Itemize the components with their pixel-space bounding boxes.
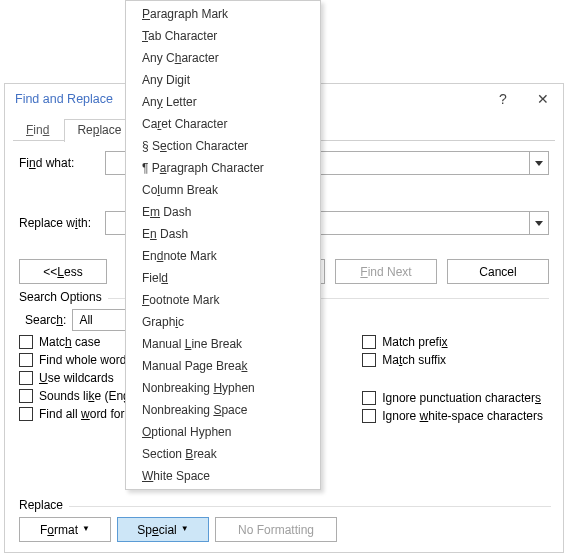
tab-replace[interactable]: Replace [64,119,134,142]
right-checks: Match prefix Match suffix Ignore punctua… [362,335,549,423]
replace-group-divider: Replace [19,506,551,507]
menu-tab-char[interactable]: Tab Character [128,25,318,47]
menu-caret[interactable]: Caret Character [128,113,318,135]
ignore-white-check[interactable]: Ignore white-space characters [362,409,543,423]
menu-any-digit[interactable]: Any Digit [128,69,318,91]
menu-white-space[interactable]: White Space [128,465,318,487]
menu-column-break[interactable]: Column Break [128,179,318,201]
menu-section-break[interactable]: Section Break [128,443,318,465]
help-button[interactable]: ? [489,88,517,110]
menu-any-letter[interactable]: Any Letter [128,91,318,113]
window-buttons: ? ✕ [489,88,557,110]
cancel-button[interactable]: Cancel [447,259,549,284]
menu-footnote[interactable]: Footnote Mark [128,289,318,311]
find-what-label: Find what: [19,156,97,170]
menu-section-char[interactable]: § Section Character [128,135,318,157]
dialog-title: Find and Replace [15,92,113,106]
special-menu: Paragraph Mark Tab Character Any Charact… [125,0,321,490]
menu-nonbreaking-hyphen[interactable]: Nonbreaking Hyphen [128,377,318,399]
menu-en-dash[interactable]: En Dash [128,223,318,245]
bottom-area: Replace Format▼ Special▼ No Formatting [19,498,551,542]
menu-paragraph-char[interactable]: ¶ Paragraph Character [128,157,318,179]
menu-any-char[interactable]: Any Character [128,47,318,69]
menu-optional-hyphen[interactable]: Optional Hyphen [128,421,318,443]
menu-manual-line-break[interactable]: Manual Line Break [128,333,318,355]
menu-paragraph-mark[interactable]: Paragraph Mark [128,3,318,25]
chevron-down-icon [535,161,543,166]
replace-with-label: Replace with: [19,216,97,230]
menu-graphic[interactable]: Graphic [128,311,318,333]
close-button[interactable]: ✕ [529,88,557,110]
replace-with-dropdown[interactable] [529,212,548,234]
match-suffix-check[interactable]: Match suffix [362,353,543,367]
match-prefix-check[interactable]: Match prefix [362,335,543,349]
menu-field[interactable]: Field [128,267,318,289]
ignore-punct-check[interactable]: Ignore punctuation characters [362,391,543,405]
bottom-actions: Format▼ Special▼ No Formatting [19,517,551,542]
replace-group-label: Replace [19,498,69,512]
search-options-label: Search Options [19,290,108,304]
menu-em-dash[interactable]: Em Dash [128,201,318,223]
format-button[interactable]: Format▼ [19,517,111,542]
find-what-dropdown[interactable] [529,152,548,174]
special-button[interactable]: Special▼ [117,517,209,542]
chevron-down-icon [535,221,543,226]
less-button[interactable]: << Less [19,259,107,284]
tab-find[interactable]: Find [13,119,62,140]
find-next-button[interactable]: Find Next [335,259,437,284]
no-formatting-button[interactable]: No Formatting [215,517,337,542]
menu-manual-page-break[interactable]: Manual Page Break [128,355,318,377]
search-label: Search: [25,313,66,327]
menu-endnote[interactable]: Endnote Mark [128,245,318,267]
menu-nonbreaking-space[interactable]: Nonbreaking Space [128,399,318,421]
